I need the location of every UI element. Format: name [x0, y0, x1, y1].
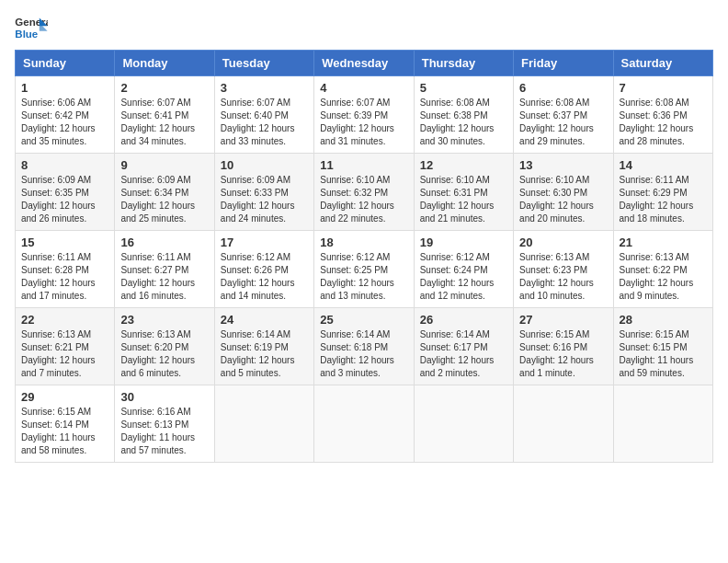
calendar-cell: 16Sunrise: 6:11 AMSunset: 6:27 PMDayligh… [115, 231, 214, 308]
calendar-table: SundayMondayTuesdayWednesdayThursdayFrid… [15, 50, 713, 463]
day-number: 24 [221, 313, 308, 327]
day-info: Sunrise: 6:12 AMSunset: 6:26 PMDaylight:… [221, 252, 295, 301]
day-info: Sunrise: 6:15 AMSunset: 6:14 PMDaylight:… [21, 407, 96, 455]
calendar-cell: 19Sunrise: 6:12 AMSunset: 6:24 PMDayligh… [414, 231, 513, 308]
day-number: 4 [320, 81, 407, 95]
calendar-cell: 22Sunrise: 6:13 AMSunset: 6:21 PMDayligh… [16, 308, 115, 385]
day-info: Sunrise: 6:14 AMSunset: 6:18 PMDaylight:… [320, 329, 394, 378]
day-number: 2 [120, 81, 208, 95]
day-number: 25 [320, 313, 407, 327]
day-info: Sunrise: 6:11 AMSunset: 6:29 PMDaylight:… [620, 175, 694, 224]
day-number: 29 [21, 390, 108, 404]
weekday-header-monday: Monday [115, 51, 214, 76]
day-info: Sunrise: 6:10 AMSunset: 6:32 PMDaylight:… [320, 175, 394, 224]
calendar-cell: 18Sunrise: 6:12 AMSunset: 6:25 PMDayligh… [314, 231, 414, 308]
day-number: 30 [120, 390, 208, 404]
day-info: Sunrise: 6:10 AMSunset: 6:30 PMDaylight:… [519, 175, 594, 224]
calendar-cell: 9Sunrise: 6:09 AMSunset: 6:34 PMDaylight… [115, 154, 214, 231]
weekday-header-friday: Friday [514, 51, 613, 76]
day-info: Sunrise: 6:07 AMSunset: 6:40 PMDaylight:… [221, 98, 295, 146]
day-info: Sunrise: 6:09 AMSunset: 6:35 PMDaylight:… [21, 175, 96, 224]
day-info: Sunrise: 6:07 AMSunset: 6:41 PMDaylight:… [120, 98, 195, 146]
calendar-cell: 8Sunrise: 6:09 AMSunset: 6:35 PMDaylight… [16, 154, 115, 231]
calendar-cell: 2Sunrise: 6:07 AMSunset: 6:41 PMDaylight… [115, 76, 214, 154]
calendar-cell: 5Sunrise: 6:08 AMSunset: 6:38 PMDaylight… [414, 76, 513, 154]
calendar-cell: 11Sunrise: 6:10 AMSunset: 6:32 PMDayligh… [314, 154, 414, 231]
weekday-header-saturday: Saturday [613, 51, 712, 76]
day-number: 18 [320, 236, 407, 249]
day-info: Sunrise: 6:09 AMSunset: 6:33 PMDaylight:… [221, 175, 295, 224]
day-info: Sunrise: 6:13 AMSunset: 6:20 PMDaylight:… [120, 329, 195, 378]
calendar-cell: 27Sunrise: 6:15 AMSunset: 6:16 PMDayligh… [514, 308, 613, 385]
day-number: 13 [519, 158, 607, 172]
day-info: Sunrise: 6:10 AMSunset: 6:31 PMDaylight:… [420, 175, 495, 224]
day-number: 14 [620, 158, 707, 172]
day-number: 22 [21, 313, 108, 327]
calendar-cell: 30Sunrise: 6:16 AMSunset: 6:13 PMDayligh… [115, 385, 214, 463]
calendar-cell: 29Sunrise: 6:15 AMSunset: 6:14 PMDayligh… [16, 385, 115, 463]
day-info: Sunrise: 6:15 AMSunset: 6:15 PMDaylight:… [620, 329, 694, 378]
day-number: 15 [21, 236, 108, 249]
day-info: Sunrise: 6:09 AMSunset: 6:34 PMDaylight:… [120, 175, 195, 224]
day-number: 8 [21, 158, 108, 172]
day-number: 6 [519, 81, 607, 95]
day-number: 21 [620, 236, 707, 249]
day-number: 17 [221, 236, 308, 249]
day-info: Sunrise: 6:16 AMSunset: 6:13 PMDaylight:… [120, 407, 195, 455]
day-number: 23 [120, 313, 208, 327]
day-info: Sunrise: 6:15 AMSunset: 6:16 PMDaylight:… [519, 329, 594, 378]
day-info: Sunrise: 6:12 AMSunset: 6:24 PMDaylight:… [420, 252, 495, 301]
weekday-header-thursday: Thursday [414, 51, 513, 76]
day-info: Sunrise: 6:14 AMSunset: 6:17 PMDaylight:… [420, 329, 495, 378]
weekday-header-wednesday: Wednesday [314, 51, 414, 76]
day-number: 26 [420, 313, 507, 327]
calendar-cell: 6Sunrise: 6:08 AMSunset: 6:37 PMDaylight… [514, 76, 613, 154]
calendar-cell [414, 385, 513, 463]
calendar-cell: 23Sunrise: 6:13 AMSunset: 6:20 PMDayligh… [115, 308, 214, 385]
logo: General Blue [15, 15, 48, 42]
day-info: Sunrise: 6:06 AMSunset: 6:42 PMDaylight:… [21, 98, 96, 146]
svg-text:Blue: Blue [15, 29, 38, 40]
calendar-cell: 12Sunrise: 6:10 AMSunset: 6:31 PMDayligh… [414, 154, 513, 231]
day-number: 27 [519, 313, 607, 327]
calendar-cell: 20Sunrise: 6:13 AMSunset: 6:23 PMDayligh… [514, 231, 613, 308]
day-number: 28 [620, 313, 707, 327]
day-number: 7 [620, 81, 707, 95]
day-number: 3 [221, 81, 308, 95]
calendar-cell: 1Sunrise: 6:06 AMSunset: 6:42 PMDaylight… [16, 76, 115, 154]
day-number: 5 [420, 81, 507, 95]
day-info: Sunrise: 6:08 AMSunset: 6:36 PMDaylight:… [620, 98, 694, 146]
day-info: Sunrise: 6:07 AMSunset: 6:39 PMDaylight:… [320, 98, 394, 146]
calendar-cell: 21Sunrise: 6:13 AMSunset: 6:22 PMDayligh… [613, 231, 712, 308]
calendar-cell [314, 385, 414, 463]
calendar-cell: 3Sunrise: 6:07 AMSunset: 6:40 PMDaylight… [214, 76, 313, 154]
day-number: 9 [120, 158, 208, 172]
day-info: Sunrise: 6:13 AMSunset: 6:22 PMDaylight:… [620, 252, 694, 301]
day-info: Sunrise: 6:14 AMSunset: 6:19 PMDaylight:… [221, 329, 295, 378]
calendar-cell [514, 385, 613, 463]
weekday-header-sunday: Sunday [16, 51, 115, 76]
day-number: 19 [420, 236, 507, 249]
day-number: 11 [320, 158, 407, 172]
day-info: Sunrise: 6:08 AMSunset: 6:38 PMDaylight:… [420, 98, 495, 146]
calendar-cell: 10Sunrise: 6:09 AMSunset: 6:33 PMDayligh… [214, 154, 313, 231]
calendar-cell: 26Sunrise: 6:14 AMSunset: 6:17 PMDayligh… [414, 308, 513, 385]
calendar-cell: 17Sunrise: 6:12 AMSunset: 6:26 PMDayligh… [214, 231, 313, 308]
day-info: Sunrise: 6:12 AMSunset: 6:25 PMDaylight:… [320, 252, 394, 301]
day-info: Sunrise: 6:08 AMSunset: 6:37 PMDaylight:… [519, 98, 594, 146]
day-number: 12 [420, 158, 507, 172]
day-number: 20 [519, 236, 607, 249]
calendar-cell [613, 385, 712, 463]
calendar-cell: 13Sunrise: 6:10 AMSunset: 6:30 PMDayligh… [514, 154, 613, 231]
weekday-header-tuesday: Tuesday [214, 51, 313, 76]
day-info: Sunrise: 6:13 AMSunset: 6:21 PMDaylight:… [21, 329, 96, 378]
calendar-cell: 14Sunrise: 6:11 AMSunset: 6:29 PMDayligh… [613, 154, 712, 231]
day-number: 16 [120, 236, 208, 249]
calendar-cell: 7Sunrise: 6:08 AMSunset: 6:36 PMDaylight… [613, 76, 712, 154]
calendar-cell [214, 385, 313, 463]
calendar-cell: 28Sunrise: 6:15 AMSunset: 6:15 PMDayligh… [613, 308, 712, 385]
calendar-cell: 24Sunrise: 6:14 AMSunset: 6:19 PMDayligh… [214, 308, 313, 385]
calendar-cell: 25Sunrise: 6:14 AMSunset: 6:18 PMDayligh… [314, 308, 414, 385]
day-info: Sunrise: 6:13 AMSunset: 6:23 PMDaylight:… [519, 252, 594, 301]
day-number: 10 [221, 158, 308, 172]
